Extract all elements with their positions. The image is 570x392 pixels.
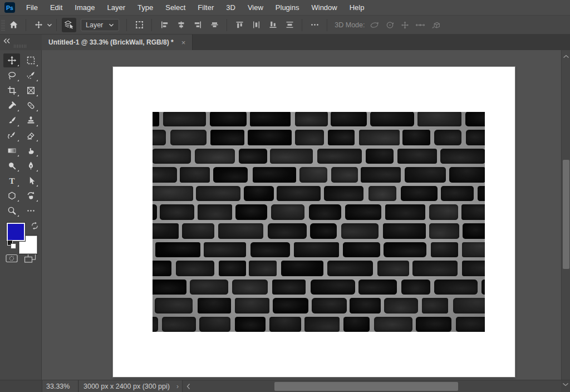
tab-close-icon[interactable]: × bbox=[181, 39, 186, 46]
menu-item-view[interactable]: View bbox=[242, 0, 269, 15]
vertical-scrollbar-thumb[interactable] bbox=[563, 160, 569, 269]
auto-select-target-value: Layer bbox=[86, 21, 103, 29]
3d-mode-buttons bbox=[369, 21, 441, 30]
3d-slide-icon bbox=[415, 21, 425, 30]
menu-item-filter[interactable]: Filter bbox=[191, 0, 220, 15]
scroll-left-icon[interactable] bbox=[184, 383, 193, 390]
menu-item-edit[interactable]: Edit bbox=[44, 0, 68, 15]
brush-tool[interactable] bbox=[3, 114, 20, 128]
zoom-tool[interactable] bbox=[3, 204, 20, 218]
screen-mode-icon[interactable] bbox=[23, 253, 37, 263]
distribute-horizontal-centers-icon[interactable] bbox=[249, 18, 263, 32]
dodge-tool[interactable] bbox=[3, 159, 20, 173]
show-transform-controls-icon[interactable] bbox=[132, 18, 146, 32]
move-tool-icon[interactable] bbox=[31, 18, 46, 32]
horizontal-scrollbar-thumb[interactable] bbox=[274, 382, 458, 391]
rotate-view-tool[interactable] bbox=[22, 189, 39, 203]
path-selection-tool[interactable] bbox=[22, 174, 39, 188]
document-info-text: 3000 px x 2400 px (300 ppi) bbox=[83, 383, 170, 390]
frame-tool[interactable] bbox=[22, 84, 39, 97]
options-bar-grip[interactable] bbox=[1, 19, 5, 31]
divider bbox=[126, 19, 127, 31]
menu-item-window[interactable]: Window bbox=[305, 0, 343, 15]
history-brush-tool[interactable] bbox=[3, 129, 20, 143]
home-icon[interactable] bbox=[6, 18, 21, 32]
document-canvas[interactable] bbox=[113, 67, 515, 377]
align-left-edges-icon[interactable] bbox=[157, 18, 171, 32]
object-selection-tool[interactable] bbox=[22, 68, 39, 82]
more-options-icon[interactable] bbox=[307, 18, 322, 32]
align-vertical-centers-icon[interactable] bbox=[207, 18, 222, 32]
divider bbox=[56, 19, 57, 31]
scroll-down-icon[interactable] bbox=[561, 380, 570, 388]
photoshop-logo-text: Ps bbox=[6, 4, 13, 11]
move-tool[interactable] bbox=[3, 53, 20, 67]
swap-colors-icon[interactable] bbox=[31, 222, 39, 232]
photoshop-logo[interactable]: Ps bbox=[4, 2, 15, 13]
shape-tool[interactable] bbox=[3, 189, 20, 203]
eyedropper-tool[interactable] bbox=[3, 99, 20, 112]
eraser-tool[interactable] bbox=[22, 129, 39, 143]
menu-item-layer[interactable]: Layer bbox=[101, 0, 132, 15]
document-tab[interactable]: Untitled-1 @ 33.3% (BrickWall, RGB/8) * … bbox=[42, 35, 193, 50]
3d-scale-icon bbox=[431, 21, 441, 30]
menu-item-plugins[interactable]: Plugins bbox=[269, 0, 306, 15]
align-right-edges-icon[interactable] bbox=[190, 18, 205, 32]
auto-select-target-dropdown[interactable]: Layer bbox=[81, 19, 119, 31]
auto-select-layers-icon[interactable] bbox=[62, 18, 76, 32]
clone-stamp-tool[interactable] bbox=[22, 114, 39, 128]
distribute-vertical-centers-icon[interactable] bbox=[282, 18, 297, 32]
smudge-tool[interactable] bbox=[22, 144, 39, 158]
lasso-tool[interactable] bbox=[3, 68, 20, 82]
horizontal-scrollbar[interactable] bbox=[183, 380, 561, 392]
svg-text:T: T bbox=[9, 177, 14, 185]
3d-pan-icon bbox=[400, 21, 410, 30]
brickwall-layer-image[interactable] bbox=[153, 112, 485, 332]
pen-tool[interactable] bbox=[22, 159, 39, 173]
divider bbox=[26, 19, 26, 31]
foreground-color-swatch[interactable] bbox=[7, 223, 25, 241]
default-background-square bbox=[11, 243, 16, 249]
gradient-tool[interactable] bbox=[3, 144, 20, 158]
chevron-down-icon bbox=[109, 23, 114, 27]
menu-item-type[interactable]: Type bbox=[131, 0, 159, 15]
menu-items: FileEditImageLayerTypeSelectFilter3DView… bbox=[20, 0, 370, 15]
dropdown-chevron-icon[interactable] bbox=[47, 23, 52, 27]
align-buttons-group bbox=[156, 18, 223, 32]
edit-toolbar-icon[interactable] bbox=[22, 204, 39, 218]
brickwall-vignette bbox=[153, 112, 485, 332]
rectangular-marquee-tool[interactable] bbox=[22, 53, 39, 67]
menu-item-3d[interactable]: 3D bbox=[220, 0, 242, 15]
vertical-scrollbar[interactable] bbox=[561, 50, 570, 380]
options-bar: Layer 3D Mode: bbox=[0, 16, 570, 35]
menu-item-select[interactable]: Select bbox=[159, 0, 191, 15]
status-bar: 33.33% 3000 px x 2400 px (300 ppi) › bbox=[0, 380, 570, 392]
divider bbox=[302, 19, 302, 31]
menu-item-file[interactable]: File bbox=[20, 0, 44, 15]
menu-bar: Ps FileEditImageLayerTypeSelectFilter3DV… bbox=[0, 0, 570, 16]
zoom-level-value: 33.33% bbox=[46, 383, 70, 390]
scroll-up-icon[interactable] bbox=[562, 52, 570, 60]
quick-mask-mode-icon[interactable] bbox=[6, 253, 18, 263]
align-top-edges-icon[interactable] bbox=[232, 18, 247, 32]
zoom-level-field[interactable]: 33.33% bbox=[42, 380, 78, 392]
crop-tool[interactable] bbox=[3, 84, 20, 97]
canvas-area[interactable] bbox=[42, 50, 561, 380]
double-chevron-left-icon[interactable] bbox=[2, 36, 11, 46]
distribute-buttons-group bbox=[231, 18, 298, 32]
document-tab-title: Untitled-1 @ 33.3% (BrickWall, RGB/8) * bbox=[48, 38, 174, 46]
document-info-field[interactable]: 3000 px x 2400 px (300 ppi) › bbox=[79, 380, 183, 392]
align-bottom-edges-icon[interactable] bbox=[266, 18, 280, 32]
align-horizontal-centers-icon[interactable] bbox=[174, 18, 188, 32]
menu-item-help[interactable]: Help bbox=[343, 0, 371, 15]
status-chevron-icon: › bbox=[176, 383, 179, 390]
spot-healing-brush-tool[interactable] bbox=[22, 99, 39, 112]
tab-bar: Untitled-1 @ 33.3% (BrickWall, RGB/8) * … bbox=[0, 35, 570, 50]
photoshop-window: Ps FileEditImageLayerTypeSelectFilter3DV… bbox=[0, 0, 570, 392]
tools-panel-grip[interactable] bbox=[14, 45, 27, 48]
default-colors-icon[interactable] bbox=[7, 240, 17, 250]
menu-item-image[interactable]: Image bbox=[68, 0, 101, 15]
3d-orbit-icon bbox=[369, 21, 380, 30]
type-tool[interactable]: T bbox=[3, 174, 20, 188]
3d-mode-label: 3D Mode: bbox=[335, 21, 365, 29]
